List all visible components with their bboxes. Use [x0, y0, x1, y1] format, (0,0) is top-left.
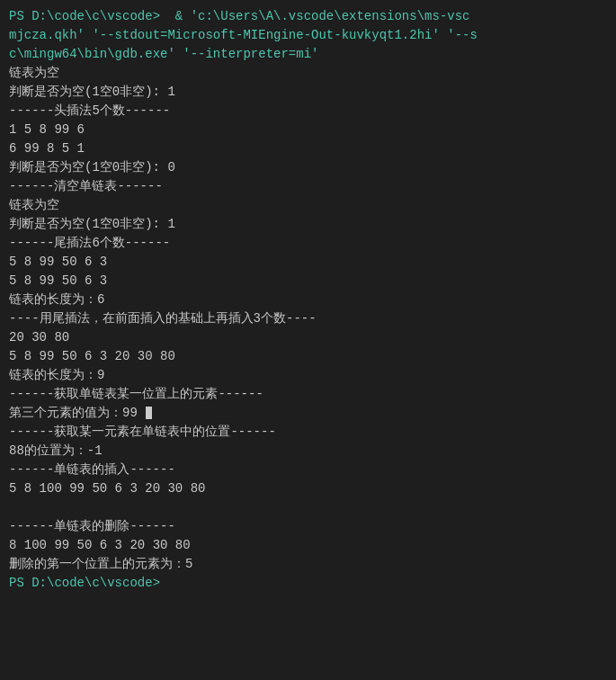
output-text: ----用尾插法，在前面插入的基础上再插入3个数---- — [9, 311, 317, 326]
output-text: 链表为空 — [9, 66, 59, 80]
terminal-line: ------获取单链表某一位置上的元素------ — [9, 385, 607, 404]
cmd-text: c\mingw64\bin\gdb.exe' '--interpreter=mi… — [9, 47, 318, 61]
terminal-line: ------头插法5个数------ — [9, 102, 607, 121]
output-text: ------尾插法6个数------ — [9, 236, 170, 250]
terminal-line: 5 8 100 99 50 6 3 20 30 80 — [9, 479, 607, 498]
output-text: 判断是否为空(1空0非空): 1 — [9, 85, 175, 99]
cmd-prompt: PS D:\code\c\vscode> — [9, 576, 160, 590]
terminal-line: c\mingw64\bin\gdb.exe' '--interpreter=mi… — [9, 45, 607, 64]
terminal-line: PS D:\code\c\vscode> — [9, 574, 607, 593]
terminal-cursor — [146, 407, 152, 419]
terminal-line: ------清空单链表------ — [9, 177, 607, 196]
terminal-line: 链表为空 — [9, 64, 607, 83]
output-text: 判断是否为空(1空0非空): 1 — [9, 217, 175, 231]
output-text: 5 8 100 99 50 6 3 20 30 80 — [9, 481, 205, 496]
terminal-line: 5 8 99 50 6 3 — [9, 272, 607, 291]
terminal-line: 判断是否为空(1空0非空): 1 — [9, 215, 607, 234]
terminal-line: 5 8 99 50 6 3 20 30 80 — [9, 347, 607, 366]
output-text: 20 30 80 — [9, 330, 69, 344]
output-text: 删除的第一个位置上的元素为：5 — [9, 557, 192, 571]
output-text: 88的位置为：-1 — [9, 443, 103, 458]
terminal-line: 8 100 99 50 6 3 20 30 80 — [9, 536, 607, 555]
terminal-line: 判断是否为空(1空0非空): 1 — [9, 83, 607, 102]
terminal-line: PS D:\code\c\vscode> & 'c:\Users\A\.vsco… — [9, 7, 607, 26]
cmd-text: PS D:\code\c\vscode> & 'c:\Users\A\.vsco… — [9, 9, 469, 23]
terminal-line: ------单链表的插入------ — [9, 461, 607, 479]
terminal-line: ------单链表的删除------ — [9, 517, 607, 536]
terminal-line: 6 99 8 5 1 — [9, 139, 607, 158]
output-text: 5 8 99 50 6 3 — [9, 273, 107, 288]
terminal-line: mjcza.qkh' '--stdout=Microsoft-MIEngine-… — [9, 26, 607, 45]
terminal-line: 删除的第一个位置上的元素为：5 — [9, 555, 607, 574]
output-text: 链表的长度为：9 — [9, 368, 104, 382]
terminal-line: 链表的长度为：6 — [9, 291, 607, 309]
terminal-line: 1 5 8 99 6 — [9, 121, 607, 139]
terminal: PS D:\code\c\vscode> & 'c:\Users\A\.vsco… — [0, 0, 616, 680]
terminal-line: 链表为空 — [9, 196, 607, 215]
terminal-line: ------获取某一元素在单链表中的位置------ — [9, 423, 607, 442]
output-text: ------获取某一元素在单链表中的位置------ — [9, 425, 276, 439]
output-text: ------头插法5个数------ — [9, 103, 170, 118]
terminal-line: 20 30 80 — [9, 328, 607, 347]
output-text: 5 8 99 50 6 3 20 30 80 — [9, 349, 175, 363]
output-text: ------获取单链表某一位置上的元素------ — [9, 387, 263, 401]
output-text: 5 8 99 50 6 3 — [9, 255, 107, 269]
terminal-line: 链表的长度为：9 — [9, 366, 607, 385]
output-text: 第三个元素的值为：99 — [9, 406, 145, 420]
output-text: 链表的长度为：6 — [9, 292, 104, 307]
output-text: 链表为空 — [9, 198, 59, 212]
terminal-line — [9, 498, 607, 517]
output-text: ------单链表的删除------ — [9, 519, 175, 533]
output-text: 6 99 8 5 1 — [9, 141, 85, 156]
terminal-line: 88的位置为：-1 — [9, 442, 607, 461]
output-text: ------单链表的插入------ — [9, 462, 175, 477]
output-text: 判断是否为空(1空0非空): 0 — [9, 160, 175, 174]
output-text: ------清空单链表------ — [9, 179, 163, 193]
cmd-text: mjcza.qkh' '--stdout=Microsoft-MIEngine-… — [9, 28, 478, 42]
terminal-line: 判断是否为空(1空0非空): 0 — [9, 158, 607, 177]
output-text — [9, 500, 16, 514]
terminal-line: 5 8 99 50 6 3 — [9, 253, 607, 272]
output-text: 1 5 8 99 6 — [9, 122, 85, 137]
terminal-line: 第三个元素的值为：99 — [9, 404, 607, 423]
terminal-line: ----用尾插法，在前面插入的基础上再插入3个数---- — [9, 309, 607, 328]
terminal-line: ------尾插法6个数------ — [9, 234, 607, 253]
output-text: 8 100 99 50 6 3 20 30 80 — [9, 538, 191, 552]
